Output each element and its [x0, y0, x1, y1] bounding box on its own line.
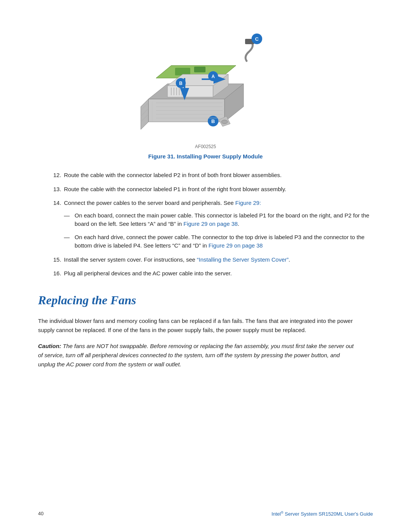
step-16: 16. Plug all peripheral devices and the … — [53, 269, 373, 278]
step-14-sublist: — On each board, connect the main power … — [64, 211, 373, 250]
caution-label: Caution: — [38, 343, 61, 349]
step-13-num: 13. — [53, 185, 61, 194]
svg-text:B: B — [211, 118, 215, 124]
step-12-num: 12. — [53, 171, 61, 180]
install-cover-link[interactable]: “Installing the Server System Cover” — [197, 256, 288, 263]
footer-registered: ® — [281, 511, 284, 514]
steps-list: 12. Route the cable with the connector l… — [53, 171, 373, 278]
page-footer: 40 Intel® Server System SR1520ML User's … — [38, 511, 373, 517]
figure29-link[interactable]: Figure 29: — [235, 200, 261, 206]
svg-rect-5 — [194, 67, 206, 72]
step-15-text: Install the server system cover. For ins… — [64, 256, 290, 263]
step-14: 14. Connect the power cables to the serv… — [53, 199, 373, 250]
footer-document-title: Intel® Server System SR1520ML User's Gui… — [271, 511, 373, 517]
step-12-text: Route the cable with the connector label… — [64, 172, 282, 178]
figure29-page38-link-2[interactable]: Figure 29 on page 38 — [209, 242, 263, 249]
svg-marker-7 — [167, 86, 213, 97]
footer-page-number: 40 — [38, 511, 43, 516]
figure-caption: Figure 31. Installing Power Supply Modul… — [148, 153, 263, 160]
step-14-sub1: — On each board, connect the main power … — [64, 211, 373, 228]
dash-1: — — [64, 211, 70, 220]
step-14-sub2: — On each hard drive, connect the power … — [64, 233, 373, 250]
svg-text:C: C — [255, 36, 259, 42]
section-intro: The individual blower fans and memory co… — [38, 316, 358, 335]
figure-svg: C A B B — [126, 23, 285, 141]
figure-image-code: AF002525 — [195, 144, 216, 149]
step-14-text: Connect the power cables to the server b… — [64, 200, 261, 206]
figure-area: C A B B — [38, 23, 373, 160]
svg-marker-34 — [141, 99, 148, 129]
figure29-page38-link-1[interactable]: Figure 29 on page 38 — [183, 220, 238, 227]
dash-2: — — [64, 233, 70, 242]
step-13-text: Route the cable with the connector label… — [64, 186, 286, 192]
step-12: 12. Route the cable with the connector l… — [53, 171, 373, 180]
step-16-text: Plug all peripheral devices and the AC p… — [64, 270, 232, 276]
caution-text: The fans are NOT hot swappable. Before r… — [38, 343, 354, 367]
step-14-num: 14. — [53, 199, 61, 208]
footer-intel: Intel — [271, 511, 281, 517]
footer-title-rest: Server System SR1520ML User's Guide — [284, 511, 373, 517]
step-16-num: 16. — [53, 269, 61, 278]
svg-text:A: A — [212, 74, 215, 79]
figure-image-box: C A B B — [126, 23, 285, 141]
svg-text:B: B — [179, 81, 183, 86]
page-container: C A B B — [0, 0, 411, 532]
section-heading: Replacing the Fans — [38, 293, 373, 307]
step-13: 13. Route the cable with the connector l… — [53, 185, 373, 194]
svg-point-26 — [221, 120, 228, 124]
step-14-sub2-text: On each hard drive, connect the power ca… — [75, 234, 365, 249]
step-14-sub1-text: On each board, connect the main power ca… — [75, 212, 369, 227]
caution-block: Caution: The fans are NOT hot swappable.… — [38, 342, 358, 369]
step-15-num: 15. — [53, 256, 61, 264]
step-15: 15. Install the server system cover. For… — [53, 256, 373, 264]
